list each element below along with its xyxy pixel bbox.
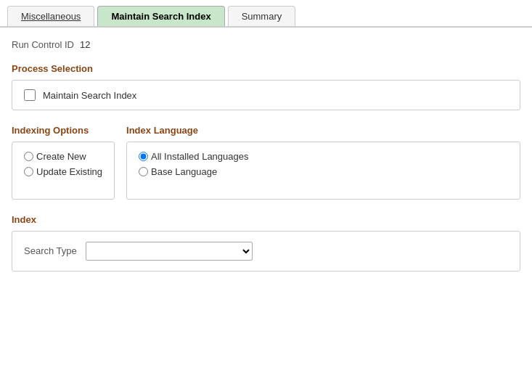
tabs-bar: Miscellaneous Maintain Search Index Summ… <box>0 0 532 28</box>
tab-maintain-search-index[interactable]: Maintain Search Index <box>97 6 224 26</box>
base-language-label: Base Language <box>151 166 217 177</box>
indexing-options-title: Indexing Options <box>12 125 115 136</box>
all-installed-radio[interactable] <box>139 152 148 161</box>
run-control-row: Run Control ID 12 <box>12 39 520 50</box>
radio-row-all-installed: All Installed Languages <box>139 151 508 162</box>
radio-row-create-new: Create New <box>24 151 102 162</box>
indexing-options-box: Create New Update Existing <box>12 142 115 200</box>
page-content: Run Control ID 12 Process Selection Main… <box>0 28 532 283</box>
indexing-options-col: Indexing Options Create New Update Exist… <box>12 125 115 200</box>
update-existing-radio[interactable] <box>24 167 33 176</box>
radio-row-base-language: Base Language <box>139 166 508 177</box>
index-language-box: All Installed Languages Base Language <box>126 142 520 200</box>
tab-miscellaneous[interactable]: Miscellaneous <box>7 6 94 26</box>
index-language-col: Index Language All Installed Languages B… <box>126 125 520 200</box>
search-type-select[interactable] <box>86 242 253 261</box>
process-selection-title: Process Selection <box>12 63 520 74</box>
tab-summary[interactable]: Summary <box>228 6 296 26</box>
index-section: Index Search Type <box>12 214 520 271</box>
base-language-radio[interactable] <box>139 167 148 176</box>
all-installed-label: All Installed Languages <box>151 151 248 162</box>
index-language-title: Index Language <box>126 125 520 136</box>
update-existing-label: Update Existing <box>36 166 102 177</box>
create-new-label: Create New <box>36 151 86 162</box>
process-selection-box: Maintain Search Index <box>12 80 520 110</box>
options-row: Indexing Options Create New Update Exist… <box>12 125 520 200</box>
search-type-label: Search Type <box>24 245 77 258</box>
search-type-row: Search Type <box>24 242 508 261</box>
maintain-search-checkbox[interactable] <box>24 89 36 101</box>
index-box: Search Type <box>12 231 520 271</box>
create-new-radio[interactable] <box>24 152 33 161</box>
index-section-title: Index <box>12 214 520 225</box>
run-control-value: 12 <box>80 39 90 50</box>
maintain-search-label: Maintain Search Index <box>43 90 136 101</box>
radio-row-update-existing: Update Existing <box>24 166 102 177</box>
run-control-label: Run Control ID <box>12 39 74 50</box>
